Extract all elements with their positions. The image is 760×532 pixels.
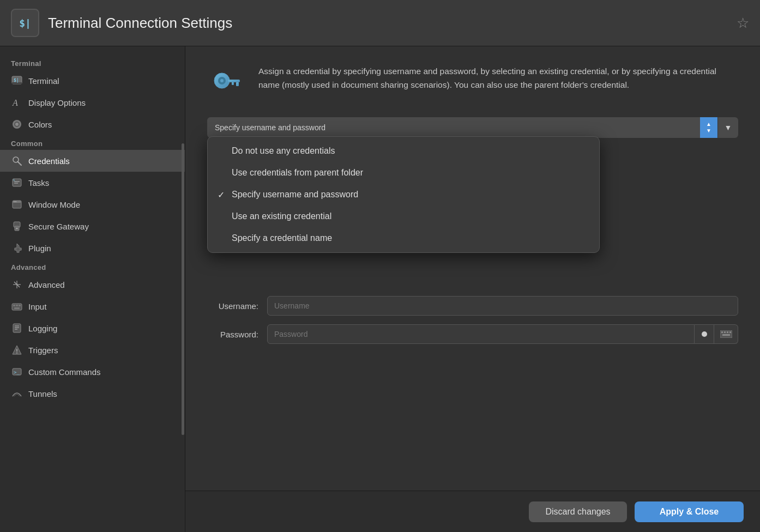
sidebar-item-window-mode[interactable]: Window Mode xyxy=(0,194,185,215)
sidebar-item-tasks[interactable]: $_ Tasks xyxy=(0,172,185,194)
sidebar-item-triggers-label: Triggers xyxy=(28,346,58,355)
dropdown-item-cred-name[interactable]: Specify a credential name xyxy=(208,227,599,249)
svg-point-35 xyxy=(16,353,17,354)
bottom-bar: Discard changes Apply & Close xyxy=(185,491,760,532)
sidebar-item-logging-label: Logging xyxy=(28,324,57,333)
terminal-icon: $| xyxy=(11,75,23,87)
username-row: Username: xyxy=(207,296,738,316)
sidebar-item-secure-gateway-label: Secure Gateway xyxy=(28,222,89,231)
plugin-icon xyxy=(11,242,23,254)
svg-rect-46 xyxy=(724,331,726,333)
password-label: Password: xyxy=(207,330,267,339)
description-block: Assign a credential by specifying userna… xyxy=(207,63,738,101)
main-content: Terminal $| Terminal A Display Options xyxy=(0,46,760,532)
credential-dropdown-menu: Do not use any credentials Use credentia… xyxy=(207,136,600,253)
content-area: Assign a credential by specifying userna… xyxy=(185,46,760,532)
sidebar-item-triggers[interactable]: Triggers xyxy=(0,339,185,361)
svg-text:>_: >_ xyxy=(14,370,20,375)
sidebar-item-credentials-label: Credentials xyxy=(28,156,70,166)
sidebar-item-advanced-label: Advanced xyxy=(28,280,65,289)
svg-rect-29 xyxy=(13,324,21,332)
display-options-icon: A xyxy=(11,96,23,108)
sidebar-item-tunnels[interactable]: Tunnels xyxy=(0,383,185,404)
svg-rect-45 xyxy=(721,331,723,333)
password-input[interactable] xyxy=(267,324,695,344)
svg-rect-27 xyxy=(19,305,21,306)
svg-rect-40 xyxy=(228,80,240,82)
advanced-icon xyxy=(11,279,23,291)
svg-rect-28 xyxy=(14,307,20,309)
sidebar-section-common: Common xyxy=(0,135,185,150)
keyboard-icon xyxy=(720,330,732,338)
svg-point-6 xyxy=(15,123,19,126)
credential-select-display[interactable]: Specify username and password xyxy=(207,117,700,138)
description-text: Assign a credential by specifying userna… xyxy=(258,63,738,92)
svg-point-43 xyxy=(220,79,224,82)
select-stepper-arrows[interactable]: ▲ ▼ xyxy=(700,117,717,138)
sidebar-item-plugin[interactable]: Plugin xyxy=(0,237,185,259)
username-input[interactable] xyxy=(267,296,738,316)
dropdown-item-existing-cred[interactable]: Use an existing credential xyxy=(208,205,599,227)
dropdown-item-existing-cred-label: Use an existing credential xyxy=(232,211,331,221)
credentials-icon xyxy=(11,155,23,167)
svg-point-17 xyxy=(15,201,16,202)
svg-rect-48 xyxy=(729,331,731,333)
sidebar-item-colors[interactable]: Colors xyxy=(0,113,185,135)
password-dot-icon xyxy=(702,331,707,337)
sidebar-item-custom-commands[interactable]: >_ Custom Commands xyxy=(0,361,185,383)
title-bar: $| Terminal Connection Settings ☆ xyxy=(0,0,760,46)
sidebar-item-credentials[interactable]: Credentials xyxy=(0,150,185,172)
sidebar-section-terminal: Terminal xyxy=(0,55,185,70)
svg-line-8 xyxy=(18,162,22,166)
svg-rect-24 xyxy=(12,304,22,310)
discard-changes-button[interactable]: Discard changes xyxy=(529,501,627,522)
sidebar-item-secure-gateway[interactable]: Secure Gateway xyxy=(0,215,185,237)
dropdown-item-cred-name-label: Specify a credential name xyxy=(232,233,332,243)
sidebar-item-display-options[interactable]: A Display Options xyxy=(0,92,185,113)
sidebar-item-advanced[interactable]: Advanced xyxy=(0,274,185,295)
credential-selector-container: Specify username and password ▲ ▼ ▼ Do n… xyxy=(207,117,738,138)
svg-rect-47 xyxy=(727,331,728,333)
window-mode-icon xyxy=(11,198,23,210)
sidebar-item-tasks-label: Tasks xyxy=(28,178,49,188)
svg-rect-41 xyxy=(236,82,239,86)
window-title: Terminal Connection Settings xyxy=(48,15,737,32)
input-icon xyxy=(11,300,23,312)
key-icon xyxy=(210,65,243,98)
dropdown-item-no-cred-label: Do not use any credentials xyxy=(232,146,335,155)
svg-rect-42 xyxy=(232,82,234,85)
favorite-icon[interactable]: ☆ xyxy=(737,15,749,32)
secure-gateway-icon xyxy=(11,220,23,232)
svg-text:$_: $_ xyxy=(13,178,17,182)
tasks-icon: $_ xyxy=(11,177,23,189)
svg-point-16 xyxy=(14,201,15,202)
sidebar-scrollbar[interactable] xyxy=(180,46,185,532)
apply-close-button[interactable]: Apply & Close xyxy=(635,501,744,522)
sidebar-item-input[interactable]: Input xyxy=(0,295,185,317)
password-row: Password: xyxy=(207,324,738,344)
custom-commands-icon: >_ xyxy=(11,366,23,378)
dropdown-item-specify-user-pass[interactable]: Specify username and password xyxy=(208,184,599,205)
logging-icon xyxy=(11,322,23,334)
password-key-button[interactable] xyxy=(714,324,738,344)
dropdown-item-parent-cred[interactable]: Use credentials from parent folder xyxy=(208,162,599,184)
select-dropdown-button[interactable]: ▼ xyxy=(717,117,738,138)
sidebar-item-colors-label: Colors xyxy=(28,120,52,129)
svg-point-20 xyxy=(16,228,18,229)
key-icon-container xyxy=(207,63,245,101)
sidebar-item-tunnels-label: Tunnels xyxy=(28,389,57,398)
dropdown-item-no-cred[interactable]: Do not use any credentials xyxy=(208,140,599,162)
svg-rect-49 xyxy=(722,334,730,336)
svg-text:A: A xyxy=(12,98,18,107)
sidebar-item-input-label: Input xyxy=(28,302,46,311)
svg-rect-26 xyxy=(16,305,18,306)
triggers-icon xyxy=(11,344,23,356)
username-label: Username: xyxy=(207,301,267,311)
sidebar-item-logging[interactable]: Logging xyxy=(0,317,185,339)
password-toggle-button[interactable] xyxy=(695,324,714,344)
sidebar-item-terminal[interactable]: $| Terminal xyxy=(0,70,185,92)
password-field-group xyxy=(267,324,738,344)
down-arrow-icon: ▼ xyxy=(706,128,711,134)
svg-text:$|: $| xyxy=(14,78,19,83)
selected-credential-label: Specify username and password xyxy=(215,123,325,132)
